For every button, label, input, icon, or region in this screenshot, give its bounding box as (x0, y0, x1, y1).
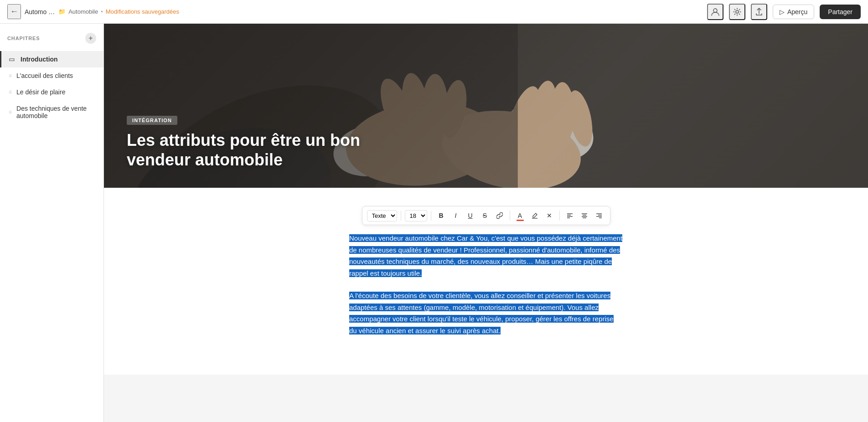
color-indicator (517, 220, 524, 221)
italic-button[interactable]: I (450, 209, 462, 222)
add-icon: + (88, 34, 93, 42)
align-left-icon (567, 212, 573, 219)
topbar-left: ← Automo … 📁 Automobile • Modifications … (7, 4, 707, 19)
partager-label: Partager (828, 8, 852, 15)
breadcrumb-separator: • (101, 8, 103, 15)
text-color-button[interactable]: A (514, 209, 527, 222)
selected-text-1: Nouveau vendeur automobile chez Car & Yo… (349, 234, 622, 277)
editor-paragraph-2[interactable]: A l'écoute des besoins de votre clientèl… (349, 290, 623, 336)
share-icon-button[interactable] (751, 4, 767, 20)
align-center-icon (581, 212, 588, 219)
sidebar: CHAPITRES + ▭ Introduction ≡ L'accueil d… (0, 24, 104, 422)
folder-icon: 📁 (58, 8, 66, 15)
add-chapter-button[interactable]: + (85, 33, 96, 44)
topbar: ← Automo … 📁 Automobile • Modifications … (0, 0, 868, 24)
bold-button[interactable]: B (435, 209, 448, 222)
sidebar-item-introduction[interactable]: ▭ Introduction (0, 51, 103, 67)
hero-title: Les attributs pour être un bon vendeur a… (127, 130, 364, 170)
sidebar-item-label: L'accueil des clients (16, 72, 73, 79)
back-button[interactable]: ← (7, 4, 21, 19)
saved-label: Modifications sauvegardées (106, 8, 179, 15)
align-center-button[interactable] (578, 209, 591, 222)
editor-text-body[interactable]: Nouveau vendeur automobile chez Car & Yo… (349, 232, 623, 347)
text-style-select[interactable]: Texte (367, 210, 397, 221)
user-icon (711, 7, 720, 16)
back-icon: ← (10, 7, 18, 16)
sidebar-item-label: Le désir de plaire (16, 88, 65, 96)
toolbar-divider-1 (401, 211, 401, 221)
selected-text-2: A l'écoute des besoins de votre clientèl… (349, 292, 614, 335)
svg-point-0 (713, 9, 717, 12)
breadcrumb: 📁 Automobile • Modifications sauvegardée… (58, 8, 179, 15)
settings-icon (733, 7, 742, 16)
hero-section: INTÉGRATION Les attributs pour être un b… (104, 24, 868, 188)
sidebar-item-label: Des techniques de vente automobile (16, 105, 96, 119)
strikethrough-button[interactable]: S (479, 209, 491, 222)
clear-format-button[interactable]: ✕ (543, 209, 556, 222)
svg-point-1 (736, 10, 739, 13)
link-icon (496, 212, 503, 219)
editor-paragraph-1[interactable]: Nouveau vendeur automobile chez Car & Yo… (349, 232, 623, 279)
drag-icon: ≡ (9, 89, 12, 95)
breadcrumb-item: Automobile (68, 8, 98, 15)
sidebar-item-techniques[interactable]: ≡ Des techniques de vente automobile (0, 100, 103, 124)
text-formatting-toolbar: Texte 18 B I U S A (362, 206, 610, 225)
toolbar-divider-3 (510, 211, 510, 221)
sidebar-item-accueil[interactable]: ≡ L'accueil des clients (0, 67, 103, 84)
hero-tag: INTÉGRATION (127, 116, 177, 125)
hero-content: INTÉGRATION Les attributs pour être un b… (127, 116, 364, 170)
sidebar-header: CHAPITRES + (0, 33, 103, 51)
align-left-button[interactable] (563, 209, 576, 222)
toolbar-divider-2 (431, 211, 431, 221)
partager-button[interactable]: Partager (820, 5, 861, 19)
sidebar-item-desir[interactable]: ≡ Le désir de plaire (0, 84, 103, 100)
sidebar-section-title: CHAPITRES (7, 36, 40, 41)
drag-icon: ≡ (9, 72, 12, 79)
highlight-icon (532, 212, 538, 219)
apercu-label: Aperçu (787, 8, 807, 15)
apercu-play-icon: ▷ (780, 8, 785, 15)
content-area: INTÉGRATION Les attributs pour être un b… (104, 24, 868, 422)
color-a-label: A (518, 212, 522, 219)
sidebar-item-label: Introduction (21, 56, 58, 63)
document-icon: ▭ (9, 56, 16, 63)
user-icon-button[interactable] (707, 4, 723, 20)
apercu-button[interactable]: ▷ Aperçu (773, 5, 814, 19)
toolbar-divider-4 (559, 211, 560, 221)
app-title: Automo … (25, 8, 55, 15)
align-right-icon (596, 212, 602, 219)
drag-icon: ≡ (9, 109, 12, 115)
topbar-right: ▷ Aperçu Partager (707, 4, 861, 20)
share-icon (754, 7, 764, 16)
main-layout: CHAPITRES + ▭ Introduction ≡ L'accueil d… (0, 24, 868, 422)
link-button[interactable] (493, 209, 506, 222)
editor-area: Texte 18 B I U S A (104, 188, 868, 375)
font-size-select[interactable]: 18 (405, 210, 427, 221)
highlight-button[interactable] (528, 209, 541, 222)
settings-icon-button[interactable] (729, 4, 745, 20)
underline-button[interactable]: U (464, 209, 477, 222)
align-right-button[interactable] (593, 209, 605, 222)
